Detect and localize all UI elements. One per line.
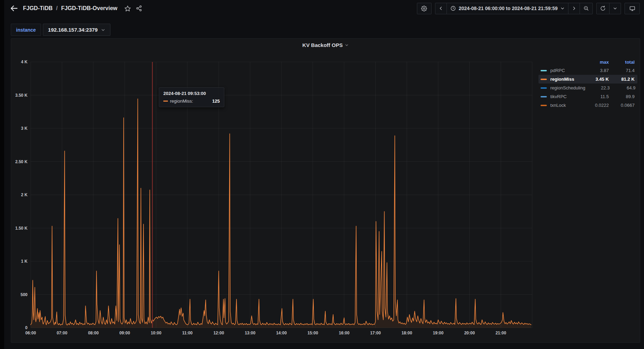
time-range-text: 2024-08-21 06:00:00 to 2024-08-21 21:59:… (459, 6, 558, 11)
time-range-picker[interactable]: 2024-08-21 06:00:00 to 2024-08-21 21:59:… (447, 3, 568, 14)
tooltip-series-name: regionMiss: (170, 98, 193, 104)
svg-text:11:00: 11:00 (182, 331, 193, 335)
svg-text:3.50 K: 3.50 K (15, 93, 28, 98)
series-max: 3.87 (587, 68, 609, 73)
zoom-out-button[interactable] (580, 3, 592, 14)
star-button[interactable] (124, 5, 131, 12)
refresh-controls (596, 3, 621, 14)
top-navbar: FJGD-TiDB / FJGD-TiDB-Overview 2024-08-2… (4, 0, 644, 17)
svg-text:07:00: 07:00 (57, 331, 68, 335)
legend-row-regionScheduling[interactable]: regionScheduling22.364.9 (538, 84, 637, 92)
series-max: 22.3 (588, 85, 610, 90)
chart-tooltip: 2024-08-21 09:53:00 regionMiss: 125 (159, 87, 224, 107)
monitor-icon (629, 6, 635, 11)
svg-text:4 K: 4 K (21, 60, 28, 64)
legend-row-pdRPC[interactable]: pdRPC3.8771.4 (538, 66, 637, 75)
zoom-out-icon (583, 6, 589, 11)
svg-text:15:00: 15:00 (308, 331, 318, 335)
series-name[interactable]: pdRPC (550, 68, 584, 73)
time-range-controls: 2024-08-21 06:00:00 to 2024-08-21 21:59:… (435, 3, 593, 14)
instance-variable-label: instance (11, 24, 41, 36)
refresh-button[interactable] (597, 3, 609, 14)
svg-text:10:00: 10:00 (151, 331, 162, 335)
svg-text:0: 0 (25, 325, 28, 330)
legend-row-txnLock[interactable]: txnLock0.02220.0667 (538, 101, 637, 110)
series-color-swatch (541, 105, 547, 106)
legend-row-tikvRPC[interactable]: tikvRPC11.589.9 (538, 92, 637, 101)
share-button[interactable] (136, 5, 142, 11)
svg-text:2.50 K: 2.50 K (15, 159, 28, 164)
svg-text:2 K: 2 K (21, 192, 28, 197)
chevron-right-icon (572, 6, 576, 10)
star-icon (124, 5, 131, 12)
series-max: 0.0222 (587, 103, 609, 108)
chevron-down-icon (613, 6, 617, 10)
series-total: 71.4 (612, 68, 635, 73)
share-icon (136, 5, 142, 11)
legend-header-total[interactable]: total (612, 60, 635, 65)
legend-header: max total (538, 58, 637, 66)
time-shift-forward-button[interactable] (568, 3, 580, 14)
refresh-icon (600, 6, 606, 11)
svg-text:06:00: 06:00 (25, 331, 36, 335)
series-name[interactable]: tikvRPC (550, 94, 584, 99)
chevron-down-icon (560, 6, 565, 10)
svg-text:18:00: 18:00 (402, 331, 412, 335)
svg-text:20:00: 20:00 (464, 331, 475, 335)
breadcrumb-dashboard[interactable]: FJGD-TiDB-Overview (61, 5, 118, 11)
series-total: 64.9 (612, 85, 635, 90)
svg-text:17:00: 17:00 (370, 331, 381, 335)
kiosk-mode-button[interactable] (624, 3, 640, 14)
svg-text:19:00: 19:00 (433, 331, 444, 335)
series-name[interactable]: regionScheduling (550, 85, 585, 90)
svg-text:1.50 K: 1.50 K (15, 226, 28, 231)
series-color-swatch (541, 70, 547, 71)
svg-text:3 K: 3 K (21, 126, 28, 131)
chevron-down-icon (101, 28, 105, 32)
series-color-swatch (541, 96, 547, 97)
series-max: 3.45 K (587, 77, 609, 82)
svg-text:14:00: 14:00 (276, 331, 287, 335)
template-variables-row: instance 192.168.157.34:2379 (11, 24, 110, 36)
series-color-swatch (541, 79, 547, 80)
gear-icon (421, 6, 427, 11)
series-total: 89.9 (612, 94, 635, 99)
svg-text:13:00: 13:00 (245, 331, 256, 335)
svg-text:08:00: 08:00 (88, 331, 99, 335)
dashboard-settings-button[interactable] (417, 3, 432, 14)
svg-text:500: 500 (21, 292, 28, 297)
svg-text:16:00: 16:00 (339, 331, 350, 335)
breadcrumb: FJGD-TiDB / FJGD-TiDB-Overview (23, 5, 117, 11)
series-name[interactable]: txnLock (550, 103, 584, 108)
tooltip-value: 125 (212, 98, 220, 104)
tooltip-timestamp: 2024-08-21 09:53:00 (163, 91, 220, 96)
svg-text:09:00: 09:00 (119, 331, 130, 335)
svg-text:1 K: 1 K (21, 259, 28, 264)
time-shift-back-button[interactable] (435, 3, 447, 14)
series-max: 11.5 (587, 94, 609, 99)
breadcrumb-folder[interactable]: FJGD-TiDB (23, 5, 53, 11)
legend: max total pdRPC3.8771.4regionMiss3.45 K8… (538, 58, 637, 110)
breadcrumb-separator: / (56, 5, 57, 11)
series-total: 0.0667 (612, 103, 635, 108)
series-total: 81.2 K (612, 77, 635, 82)
legend-header-max[interactable]: max (587, 60, 609, 65)
svg-text:21:00: 21:00 (496, 331, 506, 335)
clock-icon (450, 6, 456, 11)
series-name[interactable]: regionMiss (550, 77, 584, 82)
svg-text:12:00: 12:00 (214, 331, 224, 335)
collapsed-sidebar-strip (0, 0, 4, 349)
back-button[interactable] (10, 4, 18, 13)
kv-backoff-ops-panel: KV Backoff OPS 05001 K1.50 K2 K2.50 K3 K… (11, 38, 640, 343)
chevron-left-icon (439, 6, 443, 10)
legend-row-regionMiss[interactable]: regionMiss3.45 K81.2 K (538, 75, 637, 84)
back-arrow-icon (10, 4, 18, 13)
refresh-interval-dropdown[interactable] (609, 3, 621, 14)
tooltip-series-swatch (163, 101, 168, 102)
series-color-swatch (541, 87, 547, 89)
instance-variable-value: 192.168.157.34:2379 (48, 27, 98, 33)
instance-variable-dropdown[interactable]: 192.168.157.34:2379 (43, 24, 111, 36)
